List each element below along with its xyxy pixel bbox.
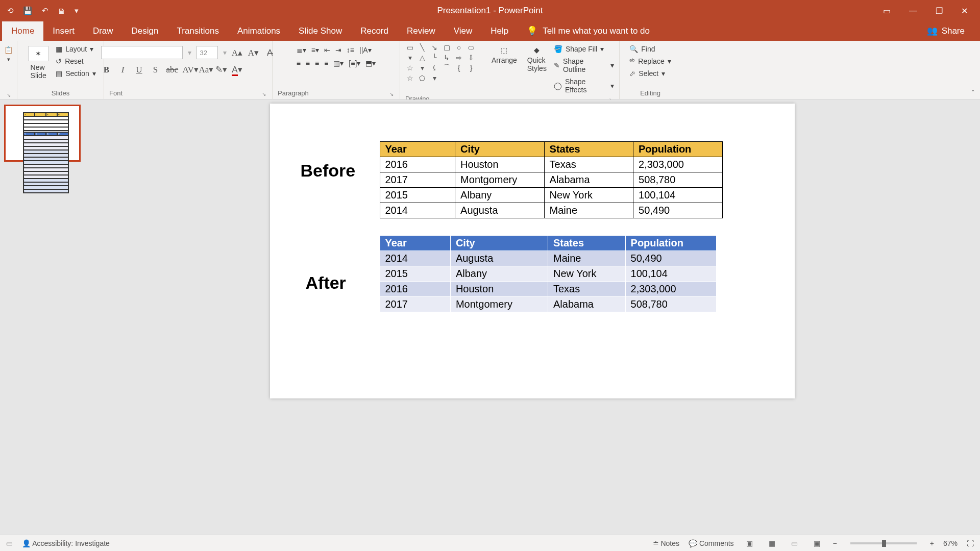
shapes-gallery[interactable]: ▭╲↘▢○⬭▾ △╰↳⇨⇩☆▾ ⤹⌒{}☆⬠▾ bbox=[405, 44, 484, 82]
increase-font-icon[interactable]: A▴ bbox=[232, 47, 243, 58]
shape-outline-button[interactable]: ✎Shape Outline ▾ bbox=[554, 56, 614, 74]
close-icon[interactable]: ✕ bbox=[961, 6, 968, 16]
bold-button[interactable]: B bbox=[101, 65, 112, 75]
slide-1[interactable]: Before After Year City States Population… bbox=[270, 104, 795, 398]
table-before[interactable]: Year City States Population 2016HoustonT… bbox=[380, 141, 723, 218]
replace-button[interactable]: ᵃᵇReplace ▾ bbox=[629, 56, 671, 66]
save-icon[interactable]: 💾 bbox=[23, 6, 33, 15]
group-paragraph: ≣▾ ≡▾ ⇤ ⇥ ↕≡ ||A▾ ≡ ≡ ≡ ≡ ▥▾ [≡]▾ ⬒▾ Par… bbox=[273, 41, 400, 99]
tab-home[interactable]: Home bbox=[2, 21, 43, 41]
line-spacing-button[interactable]: ↕≡ bbox=[347, 46, 354, 54]
autosave-toggle[interactable]: ⟲ bbox=[7, 6, 14, 15]
section-icon: ▤ bbox=[56, 69, 62, 78]
table-after[interactable]: Year City States Population 2014AugustaM… bbox=[380, 235, 717, 312]
group-editing: 🔍Find ᵃᵇReplace ▾ ⬀Select ▾ Editing bbox=[620, 41, 681, 99]
align-left-button[interactable]: ≡ bbox=[297, 59, 301, 67]
zoom-out-button[interactable]: − bbox=[833, 539, 837, 547]
layout-button[interactable]: ▦Layout ▾ bbox=[56, 44, 93, 54]
underline-button[interactable]: U bbox=[134, 65, 145, 75]
group-editing-label: Editing bbox=[640, 89, 660, 98]
zoom-in-button[interactable]: + bbox=[930, 539, 934, 547]
columns-button[interactable]: ▥▾ bbox=[333, 59, 344, 67]
tab-insert[interactable]: Insert bbox=[43, 21, 84, 41]
quick-styles-button[interactable]: ◆Quick Styles bbox=[524, 44, 550, 74]
redo-icon[interactable]: 🗎 bbox=[58, 7, 65, 15]
tab-animations[interactable]: Animations bbox=[228, 21, 289, 41]
font-launcher-icon[interactable]: ↘ bbox=[262, 91, 267, 97]
ribbon-display-icon[interactable]: ▭ bbox=[883, 6, 891, 16]
normal-view-icon[interactable]: ▣ bbox=[743, 539, 756, 547]
section-button[interactable]: ▤Section ▾ bbox=[56, 68, 96, 79]
char-spacing-button[interactable]: AV▾ bbox=[183, 64, 194, 75]
text-direction-button[interactable]: ||A▾ bbox=[359, 46, 372, 54]
workspace: YCSP .... .... .... .... YCSP .... .... … bbox=[0, 99, 980, 535]
reset-icon: ↺ bbox=[56, 57, 62, 65]
minimize-icon[interactable]: — bbox=[909, 6, 917, 15]
shadow-button[interactable]: S bbox=[150, 65, 161, 75]
collapse-ribbon-icon[interactable]: ˄ bbox=[971, 89, 975, 97]
zoom-level[interactable]: 67% bbox=[943, 539, 958, 547]
justify-button[interactable]: ≡ bbox=[324, 59, 328, 67]
align-right-button[interactable]: ≡ bbox=[315, 59, 319, 67]
zoom-thumb[interactable] bbox=[882, 540, 886, 547]
tab-review[interactable]: Review bbox=[398, 21, 445, 41]
find-button[interactable]: 🔍Find bbox=[629, 44, 655, 54]
reading-view-icon[interactable]: ▭ bbox=[788, 539, 801, 547]
tab-help[interactable]: Help bbox=[481, 21, 518, 41]
align-center-button[interactable]: ≡ bbox=[306, 59, 310, 67]
tab-slideshow[interactable]: Slide Show bbox=[289, 21, 351, 41]
select-button[interactable]: ⬀Select ▾ bbox=[629, 68, 665, 79]
tell-me-search[interactable]: 💡 Tell me what you want to do bbox=[518, 21, 659, 41]
quick-styles-icon: ◆ bbox=[534, 46, 540, 54]
italic-button[interactable]: I bbox=[117, 65, 129, 75]
paste-button[interactable]: 📋▾ bbox=[1, 44, 16, 65]
clipboard-icon: 📋 bbox=[4, 46, 13, 54]
arrange-button[interactable]: ⬚Arrange bbox=[488, 44, 520, 66]
smartart-button[interactable]: ⬒▾ bbox=[365, 59, 376, 67]
tab-draw[interactable]: Draw bbox=[84, 21, 122, 41]
sorter-view-icon[interactable]: ▦ bbox=[766, 539, 779, 547]
paragraph-launcher-icon[interactable]: ↘ bbox=[389, 91, 395, 97]
change-case-button[interactable]: Aa▾ bbox=[199, 64, 210, 75]
highlight-button[interactable]: ✎▾ bbox=[215, 64, 227, 75]
slideshow-view-icon[interactable]: ▣ bbox=[811, 539, 824, 547]
qat-more-icon[interactable]: ▾ bbox=[75, 6, 79, 15]
clipboard-launcher-icon[interactable]: ↘ bbox=[7, 92, 12, 98]
comments-button[interactable]: 💬 Comments bbox=[689, 539, 734, 547]
reset-button[interactable]: ↺Reset bbox=[56, 56, 84, 66]
th: City bbox=[455, 142, 544, 157]
undo-icon[interactable]: ↶ bbox=[42, 6, 48, 15]
slide-canvas-area[interactable]: Before After Year City States Population… bbox=[84, 99, 980, 535]
new-slide-button[interactable]: ✶ New Slide bbox=[25, 44, 52, 82]
zoom-slider[interactable] bbox=[850, 542, 917, 544]
notes-button[interactable]: ≐ Notes bbox=[653, 539, 679, 547]
share-button[interactable]: 👥 Share bbox=[918, 21, 974, 41]
decrease-font-icon[interactable]: A▾ bbox=[248, 47, 259, 58]
font-name-input[interactable] bbox=[101, 46, 183, 59]
tab-record[interactable]: Record bbox=[351, 21, 398, 41]
decrease-indent-button[interactable]: ⇤ bbox=[324, 46, 330, 54]
numbering-button[interactable]: ≡▾ bbox=[311, 46, 319, 54]
font-color-button[interactable]: A▾ bbox=[232, 64, 243, 75]
tab-view[interactable]: View bbox=[445, 21, 482, 41]
fit-to-window-icon[interactable]: ⛶ bbox=[967, 539, 974, 547]
tab-transitions[interactable]: Transitions bbox=[167, 21, 228, 41]
strike-button[interactable]: abc bbox=[166, 65, 178, 75]
ribbon-tabs: Home Insert Draw Design Transitions Anim… bbox=[0, 21, 980, 41]
align-text-button[interactable]: [≡]▾ bbox=[349, 59, 360, 67]
shape-effects-button[interactable]: ◯Shape Effects ▾ bbox=[554, 77, 614, 95]
label-before: Before bbox=[301, 161, 356, 181]
accessibility-status[interactable]: 👤 Accessibility: Investigate bbox=[22, 539, 110, 547]
bullets-button[interactable]: ≣▾ bbox=[297, 46, 306, 54]
arrange-icon: ⬚ bbox=[501, 46, 507, 54]
increase-indent-button[interactable]: ⇥ bbox=[335, 46, 341, 54]
font-size-input[interactable]: 32 bbox=[197, 46, 218, 59]
slide-thumbnail-1[interactable]: YCSP .... .... .... .... YCSP .... .... … bbox=[4, 105, 81, 162]
tab-design[interactable]: Design bbox=[122, 21, 168, 41]
shape-fill-button[interactable]: 🪣Shape Fill ▾ bbox=[554, 44, 604, 54]
notes-icon: ≐ bbox=[653, 539, 661, 547]
slide-thumbnail-panel: YCSP .... .... .... .... YCSP .... .... … bbox=[0, 99, 84, 535]
replace-icon: ᵃᵇ bbox=[629, 57, 635, 65]
slide-indicator-icon[interactable]: ▭ bbox=[6, 539, 13, 547]
maximize-icon[interactable]: ❐ bbox=[936, 6, 943, 16]
